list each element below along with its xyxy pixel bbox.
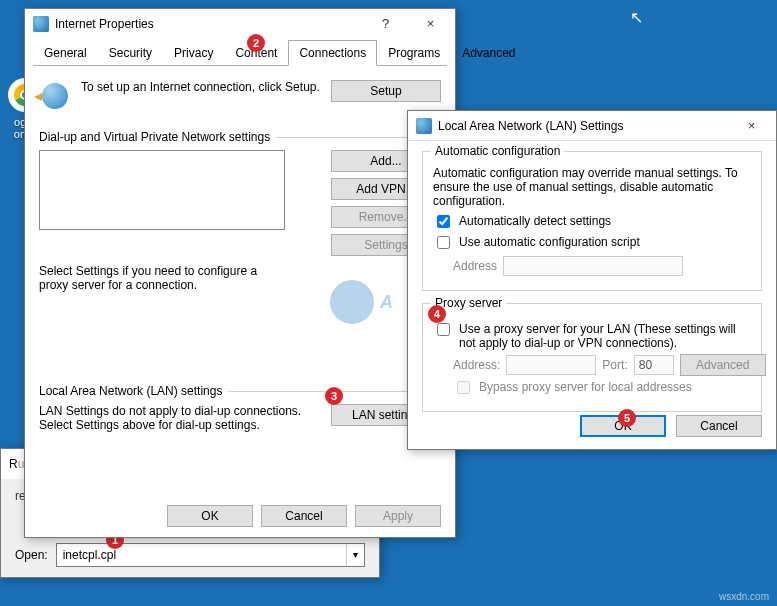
apply-button[interactable]: Apply	[355, 505, 441, 527]
run-title-fragment: Ru	[9, 457, 24, 471]
dialup-listbox[interactable]	[39, 150, 285, 230]
run-open-input[interactable]	[57, 544, 346, 566]
setup-text: To set up an Internet connection, click …	[81, 80, 321, 94]
lan-cancel-button[interactable]: Cancel	[676, 415, 762, 437]
proxy-port-label: Port:	[602, 358, 627, 372]
annotation-marker-2: 2	[247, 34, 265, 52]
auto-config-group-label: Automatic configuration	[431, 144, 564, 158]
proxy-port-input	[634, 355, 674, 375]
auto-config-text: Automatic configuration may override man…	[433, 166, 751, 208]
globe-icon	[39, 80, 71, 112]
run-open-combobox[interactable]: ▾	[56, 543, 365, 567]
ok-button[interactable]: OK	[167, 505, 253, 527]
close-button[interactable]: ×	[729, 112, 774, 140]
chevron-down-icon[interactable]: ▾	[346, 544, 364, 566]
cursor-icon: ↖	[630, 8, 643, 27]
lan-note: LAN Settings do not apply to dial-up con…	[39, 404, 323, 432]
address-label: Address	[453, 259, 497, 273]
tab-programs[interactable]: Programs	[377, 40, 451, 66]
proxy-address-input	[506, 355, 596, 375]
script-address-input	[503, 256, 683, 276]
window-title: Internet Properties	[55, 17, 154, 31]
run-open-label: Open:	[15, 548, 48, 562]
tab-privacy[interactable]: Privacy	[163, 40, 224, 66]
help-button[interactable]: ?	[363, 10, 408, 38]
window-title: Local Area Network (LAN) Settings	[438, 119, 623, 133]
internet-properties-window: Internet Properties ? × General Security…	[24, 8, 456, 538]
tab-advanced[interactable]: Advanced	[451, 40, 526, 66]
annotation-marker-4: 4	[428, 305, 446, 323]
lan-group-label: Local Area Network (LAN) settings	[39, 384, 222, 398]
proxy-advanced-button[interactable]: Advanced	[680, 354, 766, 376]
auto-script-checkbox[interactable]: Use automatic configuration script	[433, 235, 751, 252]
use-proxy-checkbox[interactable]: Use a proxy server for your LAN (These s…	[433, 322, 751, 350]
titlebar[interactable]: Local Area Network (LAN) Settings ×	[408, 111, 776, 141]
tab-general[interactable]: General	[33, 40, 98, 66]
titlebar[interactable]: Internet Properties ? ×	[25, 9, 455, 39]
setup-button[interactable]: Setup	[331, 80, 441, 102]
annotation-marker-3: 3	[325, 387, 343, 405]
close-button[interactable]: ×	[408, 10, 453, 38]
tab-connections[interactable]: Connections	[288, 40, 377, 66]
internet-options-icon	[416, 118, 432, 134]
credit-text: wsxdn.com	[719, 591, 769, 602]
proxy-address-label: Address:	[453, 358, 500, 372]
tab-security[interactable]: Security	[98, 40, 163, 66]
annotation-marker-5: 5	[618, 409, 636, 427]
cancel-button[interactable]: Cancel	[261, 505, 347, 527]
internet-options-icon	[33, 16, 49, 32]
proxy-note: Select Settings if you need to configure…	[39, 264, 285, 292]
bypass-local-checkbox[interactable]: Bypass proxy server for local addresses	[453, 380, 751, 397]
auto-detect-checkbox[interactable]: Automatically detect settings	[433, 214, 751, 231]
lan-settings-window: Local Area Network (LAN) Settings × Auto…	[407, 110, 777, 450]
dialup-group-label: Dial-up and Virtual Private Network sett…	[39, 130, 270, 144]
